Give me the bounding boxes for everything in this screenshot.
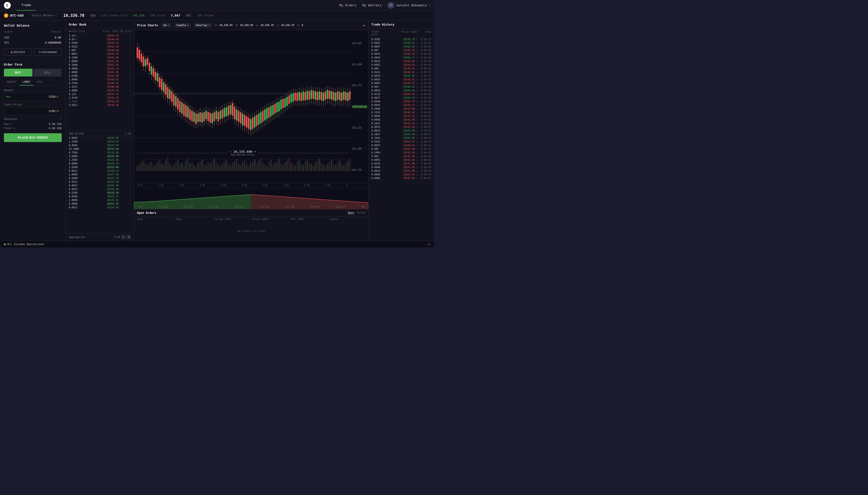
- svg-rect-65: [256, 164, 258, 171]
- trade-time: 9:49:42: [417, 67, 431, 70]
- svg-rect-233: [258, 114, 259, 125]
- svg-rect-323: [349, 91, 350, 100]
- agg-minus-button[interactable]: −: [121, 235, 126, 239]
- table-row: 0.001 10332.95 ↘ 9:48:50: [369, 154, 434, 158]
- table-row: 0.299910344.35-: [66, 41, 134, 45]
- table-row: 1.290410329.35-: [66, 158, 134, 162]
- my-size-col: My Size: [119, 30, 131, 33]
- sell-orders: 3.140010344.45- 0.010010344.40- 0.299910…: [66, 34, 134, 131]
- table-row: 0.050010325.75-: [66, 195, 134, 198]
- amount-usd: 0.00: [24, 35, 61, 40]
- svg-rect-108: [343, 166, 345, 171]
- svg-rect-111: [349, 158, 350, 171]
- svg-rect-169: [193, 112, 195, 122]
- svg-rect-47: [220, 166, 221, 171]
- trade-time: 9:48:24: [417, 170, 431, 172]
- trade-time: 9:49:49: [417, 49, 431, 52]
- table-row: 0.759910340.35-: [66, 81, 134, 85]
- my-wallets-link[interactable]: My Wallets: [362, 3, 381, 7]
- sell-button[interactable]: SELL: [33, 69, 62, 76]
- svg-rect-83: [292, 164, 294, 171]
- app-logo[interactable]: C: [4, 2, 11, 9]
- overlay-select[interactable]: Overlay ▾: [194, 23, 212, 28]
- trade-history-headers: Trade Size Price (USD) Time: [369, 29, 434, 37]
- table-row: 0.0093 10336.27 ↘ 9:49:28: [369, 81, 434, 85]
- table-row: 0.0463 10336.05 ↘ 9:49:48: [369, 63, 434, 67]
- trade-time: 9:48:54: [417, 140, 431, 143]
- svg-rect-205: [230, 105, 231, 114]
- svg-rect-249: [274, 104, 276, 114]
- ohlcv-v: V: 0: [297, 24, 303, 27]
- svg-rect-45: [215, 163, 217, 171]
- ohlcv-o: O: 10,338.05: [215, 24, 233, 27]
- trade-size: 0.0016: [371, 170, 385, 172]
- buy-button[interactable]: BUY: [4, 69, 32, 76]
- svg-rect-107: [341, 164, 342, 171]
- chart-canvas[interactable]: $10,425 $10,400 $10,375 $10,350 $10,336.…: [134, 30, 368, 183]
- svg-rect-299: [325, 91, 326, 100]
- nav-tab-trade[interactable]: Trade: [17, 0, 36, 11]
- ohlcv-c: C: 10,336.78: [277, 24, 294, 27]
- svg-rect-8: [141, 162, 142, 171]
- trade-time: 9:49:02: [417, 118, 431, 121]
- withdraw-button[interactable]: ⊖ WITHDRAW: [34, 49, 62, 56]
- trade-time: 9:48:43: [417, 158, 431, 161]
- timeframe-select[interactable]: 5m ▾: [161, 23, 171, 28]
- my-orders-link[interactable]: My Orders: [339, 3, 357, 7]
- svg-rect-87: [300, 164, 302, 171]
- svg-rect-23: [171, 166, 173, 171]
- svg-rect-57: [240, 165, 241, 171]
- svg-rect-101: [329, 161, 330, 171]
- max-label[interactable]: Max: [6, 95, 11, 98]
- svg-rect-84: [295, 166, 296, 171]
- svg-rect-46: [217, 165, 219, 171]
- chart-play-icon[interactable]: ▶: [363, 24, 365, 27]
- limit-tab[interactable]: LIMIT: [19, 79, 33, 86]
- svg-rect-261: [286, 97, 288, 106]
- svg-rect-71: [268, 162, 270, 171]
- trade-price: 10331.00 ↘: [385, 162, 417, 165]
- stop-tab[interactable]: STOP: [33, 79, 46, 86]
- volume-label: 24h volume: [197, 14, 213, 17]
- svg-rect-221: [246, 116, 247, 127]
- table-row: 0.0048 10332.95 ↘ 9:48:28: [369, 166, 434, 169]
- open-orders-header: Open Orders Open Fills: [134, 209, 368, 217]
- svg-rect-74: [274, 163, 276, 171]
- agg-plus-button[interactable]: +: [127, 235, 131, 239]
- market-select[interactable]: Select Market ▾: [30, 13, 58, 18]
- settings-icon[interactable]: ⚙: [428, 242, 430, 246]
- trade-price: 10333.60 ↗: [385, 133, 417, 136]
- left-panel: Wallet Balance Asset Amount USD 0.00: [0, 20, 66, 241]
- asset-usd: USD: [4, 35, 23, 40]
- trade-price: 10332.95 ↘: [385, 166, 417, 169]
- svg-rect-243: [268, 107, 270, 118]
- trade-size: 0.0353: [371, 140, 385, 143]
- open-tab[interactable]: Open: [348, 211, 354, 215]
- amount-input[interactable]: [11, 95, 55, 98]
- svg-rect-191: [215, 111, 217, 119]
- user-menu[interactable]: SN Satoshi Nakamoto ▾: [388, 2, 430, 9]
- svg-rect-305: [331, 91, 332, 100]
- trade-time: 9:49:48: [417, 56, 431, 59]
- chart-type-select[interactable]: Candle ▾: [174, 23, 191, 28]
- depth-labels: -300 $10,180 $10,230 $10,280 $10,330 $10…: [134, 206, 368, 208]
- limit-price-input[interactable]: [6, 109, 55, 113]
- place-order-button[interactable]: PLACE BUY ORDER: [4, 133, 62, 142]
- fee-label: Fee ≈: [4, 122, 12, 126]
- open-orders-title: Open Orders: [137, 211, 156, 215]
- svg-rect-187: [211, 114, 213, 123]
- market-tab[interactable]: MARKET: [4, 79, 19, 86]
- trade-price: 10336.98 ↘: [385, 118, 417, 121]
- spread-value: 1.19: [125, 132, 131, 135]
- trade-price: 10335.29 ↘: [385, 49, 417, 52]
- svg-rect-43: [211, 161, 213, 171]
- table-row: 1.000010327.95-: [66, 173, 134, 176]
- svg-rect-12: [149, 163, 150, 171]
- order-book-title: Order Book: [66, 20, 134, 29]
- open-orders-section: Open Orders Open Fills Side Size Filled …: [134, 209, 368, 241]
- fills-tab[interactable]: Fills: [357, 211, 365, 215]
- trade-time: 9:49:48: [417, 53, 431, 55]
- table-row: 0.1094 10332.96 ↘ 9:48:53: [369, 151, 434, 154]
- svg-rect-30: [185, 161, 187, 171]
- deposit-button[interactable]: ⊕ DEPOSIT: [4, 49, 32, 56]
